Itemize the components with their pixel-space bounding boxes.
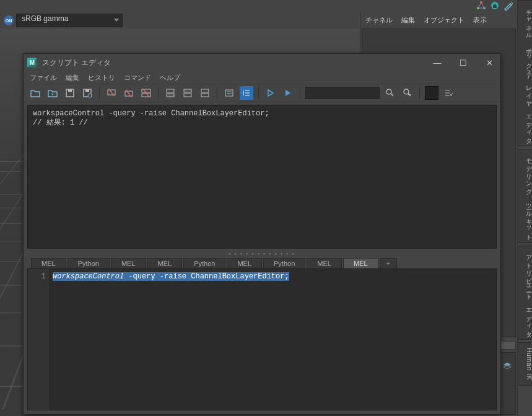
tab-mel[interactable]: MEL [31,258,66,268]
svg-marker-7 [504,363,511,366]
menu-edit[interactable]: 編集 [66,73,79,82]
vtab-attribute-editor[interactable]: アトリビュート エディタ [518,246,532,340]
menu-channel[interactable]: チャネル [365,15,393,25]
script-editor-menubar: ファイル 編集 ヒストリ コマンド ヘルプ [24,71,500,84]
execute-icon[interactable] [264,86,277,100]
close-button[interactable]: ✕ [482,58,497,68]
execute-all-icon[interactable] [281,86,295,100]
svg-rect-19 [142,94,150,97]
svg-rect-22 [167,94,174,97]
vtab-human-ik[interactable]: Human IK [518,342,532,386]
open-script-icon[interactable] [28,86,42,100]
color-mgmt-toggle-icon[interactable]: ON [4,15,14,25]
tab-python[interactable]: Python [183,258,225,268]
menu-command[interactable]: コマンド [124,73,151,82]
main-top-bar [0,0,517,12]
svg-point-13 [88,94,92,97]
svg-rect-24 [184,94,191,97]
edit-pivot-icon[interactable] [504,1,513,12]
tab-add-button[interactable]: + [380,258,397,268]
layer-options-icon[interactable] [502,361,512,371]
save-script-icon[interactable] [63,86,77,100]
code-area[interactable]: workspaceControl -query -raise ChannelBo… [50,269,496,410]
clear-all-icon[interactable] [139,86,153,100]
menu-help[interactable]: ヘルプ [160,73,180,82]
tab-python[interactable]: Python [68,258,110,268]
input-pane[interactable]: 1 workspaceControl -query -raise Channel… [27,268,497,410]
line-gutter: 1 [28,269,50,410]
goto-line-icon[interactable] [442,86,456,100]
tab-mel-active[interactable]: MEL [343,258,378,268]
minimize-button[interactable]: — [430,58,445,68]
show-both-icon[interactable] [198,86,212,100]
view-transform-select[interactable]: sRGB gamma [16,14,123,27]
script-tabs: MEL Python MEL MEL Python MEL Python MEL… [24,256,500,268]
svg-rect-25 [201,89,209,92]
tab-python[interactable]: Python [263,258,305,268]
clear-input-icon[interactable] [122,86,136,100]
svg-point-36 [404,89,409,94]
svg-line-20 [143,89,149,97]
tab-mel[interactable]: MEL [147,258,183,268]
svg-rect-23 [184,89,191,92]
svg-rect-10 [68,89,72,92]
menu-history[interactable]: ヒストリ [88,73,115,82]
svg-rect-26 [201,94,209,97]
script-editor-toolbar [24,84,500,102]
tab-mel[interactable]: MEL [307,258,342,268]
vtab-modeling-toolkit[interactable]: モデリング ツールキット [518,149,532,243]
svg-line-4 [481,2,484,8]
right-dock-tabs: チャネル ボックス/レイヤ エディタ モデリング ツールキット アトリビュート … [517,0,532,416]
maya-logo-icon: M [27,58,37,68]
channel-box-menubar: チャネル 編集 オブジェクト 表示 [360,12,517,27]
svg-rect-27 [225,90,233,96]
chevron-down-icon [114,19,119,22]
show-history-icon[interactable] [164,86,177,100]
clear-history-icon[interactable] [105,86,118,100]
menu-edit[interactable]: 編集 [401,15,415,25]
menu-object[interactable]: オブジェクト [424,15,464,25]
save-to-shelf-icon[interactable] [81,86,94,100]
pane-splitter[interactable]: ● ● ● ● ● ● ● ● ● ● ● ● [24,251,500,256]
echo-all-icon[interactable] [222,86,236,100]
tab-mel[interactable]: MEL [227,258,262,268]
maximize-button[interactable]: ☐ [456,58,471,68]
window-title: スクリプト エディタ [42,58,111,68]
show-input-icon[interactable] [181,86,194,100]
svg-rect-18 [142,89,150,92]
vtab-channel-box[interactable]: チャネル ボックス/レイヤ エディタ [518,0,532,146]
navigator-icon[interactable] [476,1,486,12]
svg-line-3 [478,2,481,8]
menu-display[interactable]: 表示 [473,15,487,25]
goto-line-box[interactable] [425,86,438,100]
svg-point-34 [386,89,391,94]
home-icon[interactable] [490,1,500,12]
tab-mel[interactable]: MEL [111,258,146,268]
color-management-bar: ON sRGB gamma [0,12,359,29]
output-pane[interactable]: workspaceControl -query -raise ChannelBo… [27,105,497,249]
search-field[interactable] [305,87,380,99]
menu-file[interactable]: ファイル [30,73,57,82]
svg-rect-21 [167,89,174,92]
source-script-icon[interactable] [46,86,59,100]
titlebar[interactable]: M スクリプト エディタ — ☐ ✕ [24,54,500,71]
search-down-icon[interactable] [383,86,397,100]
search-up-icon[interactable] [401,86,414,100]
svg-rect-12 [85,89,89,92]
script-editor-window: M スクリプト エディタ — ☐ ✕ ファイル 編集 ヒストリ コマンド ヘルプ [23,53,501,415]
line-numbers-icon[interactable] [240,86,253,100]
